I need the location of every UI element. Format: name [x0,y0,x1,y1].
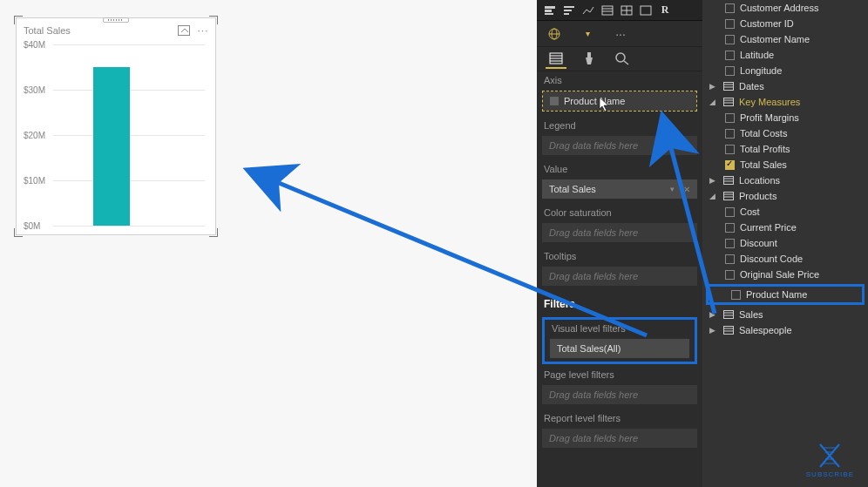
table-icon [723,326,734,335]
svg-rect-13 [641,6,651,15]
svg-rect-4 [564,6,574,8]
svg-rect-3 [545,13,553,15]
viz-stacked-bar-icon[interactable] [542,3,558,18]
svg-rect-1 [545,6,555,9]
field-customer-name[interactable]: Customer Name [702,31,868,47]
field-total-costs[interactable]: Total Costs [702,125,868,141]
field-latitude[interactable]: Latitude [702,47,868,63]
table-sales[interactable]: ▶Sales [702,307,868,322]
svg-rect-2 [545,10,552,12]
svg-rect-0 [179,26,190,36]
table-salespeople[interactable]: ▶Salespeople [702,322,868,338]
legend-field-well[interactable]: Drag data fields here [542,136,697,155]
field-customer-id[interactable]: Customer ID [702,16,868,31]
plus-icon[interactable]: ▾ [579,25,596,43]
viz-matrix-icon[interactable] [619,3,634,18]
svg-rect-6 [564,13,569,15]
table-dates[interactable]: ▶Dates [702,78,868,94]
color-field-well[interactable]: Drag data fields here [542,223,697,242]
visualizations-pane: R ▾ ··· Axis Product Name Legend Drag da… [537,0,702,487]
svg-line-23 [624,61,628,64]
color-section-label: Color saturation [537,204,702,221]
page-filters-well[interactable]: Drag data fields here [542,385,697,404]
field-longitude[interactable]: Longitude [702,63,868,78]
ellipsis-icon[interactable]: ··· [612,25,629,43]
table-locations[interactable]: ▶Locations [702,172,868,188]
more-options-icon[interactable]: ··· [196,24,210,37]
axis-section-label: Axis [537,71,702,89]
table-icon [723,192,734,200]
field-cost[interactable]: Cost [702,204,868,220]
globe-icon[interactable] [546,25,563,43]
y-tick-label: $0M [24,221,40,231]
viz-r-script-icon[interactable]: R [657,3,673,18]
chevron-down-icon[interactable]: ▾ [670,185,675,193]
visual-filter-item[interactable]: Total Sales(All) [550,339,689,358]
report-filters-label: Report level filters [537,409,702,427]
y-tick-label: $30M [24,85,45,95]
field-total-sales[interactable]: Total Sales [702,157,868,172]
viz-gallery-row: R [537,0,702,21]
checkbox-checked-icon [725,160,735,170]
axis-field-well[interactable]: Product Name [542,91,697,112]
chart-visual[interactable]: Total Sales ··· $40M $30M $20M $10M $0M [16,17,216,235]
viz-table-icon[interactable] [600,3,615,18]
drag-handle-icon[interactable] [103,17,129,23]
svg-rect-30 [724,177,734,185]
table-icon [723,82,734,91]
format-tab[interactable] [579,50,600,69]
svg-rect-27 [724,98,734,106]
analytics-tab[interactable] [612,50,633,69]
table-icon [723,310,734,319]
tooltips-field-well[interactable]: Drag data fields here [542,267,697,286]
tooltips-section-label: Tooltips [537,247,702,265]
legend-section-label: Legend [537,117,702,134]
fields-pane: Customer Address Customer ID Customer Na… [702,0,868,487]
y-tick-label: $10M [24,176,45,186]
table-icon [723,176,734,185]
svg-point-22 [616,53,625,62]
axis-field-name: Product Name [564,96,625,106]
report-filters-well[interactable]: Drag data fields here [542,429,697,448]
visual-level-filters-highlight: Visual level filters Total Sales(All) [542,317,697,364]
field-customer-address[interactable]: Customer Address [702,0,868,16]
chart-title: Total Sales [22,25,71,36]
filters-header: Filters [537,291,702,315]
field-product-name-highlight[interactable]: Product Name [706,284,865,305]
focus-mode-icon[interactable] [177,24,191,37]
field-original-sale-price[interactable]: Original Sale Price [702,267,868,282]
svg-rect-24 [724,83,734,91]
svg-rect-7 [602,6,613,15]
fields-tab[interactable] [546,50,566,69]
report-canvas[interactable]: Total Sales ··· $40M $30M $20M $10M $0M [0,0,537,487]
subscribe-watermark: SUBSCRIBE [806,443,854,478]
field-discount-code[interactable]: Discount Code [702,251,868,267]
viz-line-icon[interactable] [580,3,596,18]
svg-rect-5 [564,10,572,11]
field-profit-margins[interactable]: Profit Margins [702,110,868,125]
field-current-price[interactable]: Current Price [702,220,868,235]
svg-rect-39 [724,327,734,335]
value-field-well[interactable]: Total Sales▾✕ [542,179,697,199]
viz-clustered-bar-icon[interactable] [561,3,577,18]
table-products[interactable]: ◢Products [702,188,868,204]
checkbox-icon [550,97,559,105]
dna-icon [815,443,844,469]
svg-rect-36 [724,311,734,319]
y-tick-label: $40M [24,40,45,50]
value-section-label: Value [537,160,702,178]
svg-rect-21 [587,52,591,57]
remove-field-icon[interactable]: ✕ [683,185,690,194]
table-icon [723,98,734,106]
field-discount[interactable]: Discount [702,235,868,251]
chart-plot-area: $40M $30M $20M $10M $0M [24,44,208,226]
chart-bar [93,67,130,226]
svg-rect-33 [724,193,734,200]
visual-filters-label: Visual level filters [545,320,695,337]
y-tick-label: $20M [24,131,45,140]
field-total-profits[interactable]: Total Profits [702,141,868,157]
viz-card-icon[interactable] [638,3,654,18]
page-filters-label: Page level filters [537,366,702,383]
table-key-measures[interactable]: ◢Key Measures [702,94,868,110]
